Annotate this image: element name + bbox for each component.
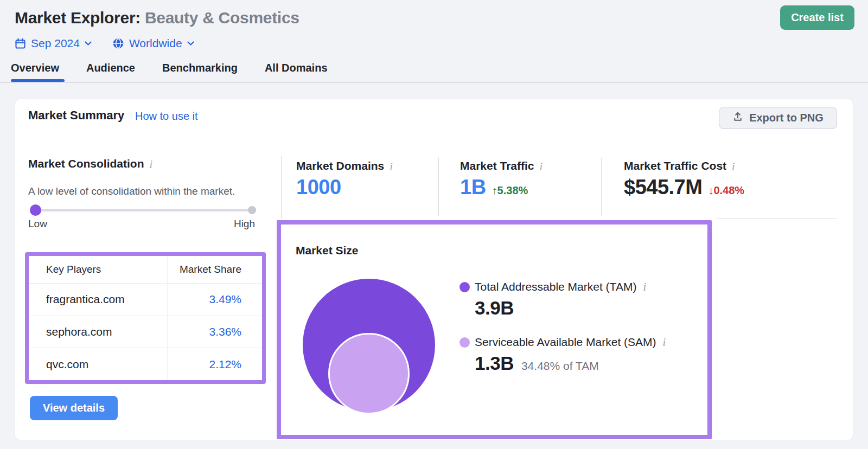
tam-label: Total Addressable Market (TAM) [475,280,636,293]
market-consolidation-header: Market Consolidation i [28,157,152,170]
sam-label: Serviceable Available Market (SAM) [475,336,656,349]
chevron-down-icon [187,41,194,46]
tab-bar-divider [0,82,868,83]
key-players-header-row: Key Players Market Share [29,256,262,283]
player-domain[interactable]: fragrantica.com [46,293,125,306]
column-market-share: Market Share [180,264,241,275]
region-filter-label: Worldwide [129,37,182,50]
upload-icon [732,111,743,125]
column-key-players: Key Players [46,264,101,275]
consolidation-slider-end-dot [248,206,256,214]
sam-circle [328,333,410,414]
player-domain[interactable]: sephora.com [46,325,112,338]
market-traffic-delta: ↑5.38% [492,184,528,197]
export-to-png-label: Export to PNG [749,112,824,124]
table-row[interactable]: sephora.com 3.36% [29,316,262,348]
date-filter[interactable]: Sep 2024 [15,37,92,50]
page-title: Market Explorer:Beauty & Cosmetics [15,9,299,27]
sam-percent-of-tam: 34.48% of TAM [521,360,599,373]
market-domains-title: Market Domains [296,159,384,172]
market-traffic-cost-value-row: $545.7M ↓0.48% [624,176,744,199]
player-share[interactable]: 2.12% [209,358,241,371]
market-domains-header: Market Domains i [296,159,393,172]
info-icon[interactable]: i [643,281,646,292]
table-row[interactable]: fragrantica.com 3.49% [29,283,262,316]
info-icon[interactable]: i [663,337,666,348]
sam-value: 1.3B [475,352,514,374]
card-title: Market Summary [28,108,124,123]
region-filter[interactable]: Worldwide [112,37,194,50]
market-explorer-page: Market Explorer:Beauty & Cosmetics Creat… [0,0,868,449]
market-consolidation-title: Market Consolidation [28,157,144,170]
player-share[interactable]: 3.49% [209,293,241,306]
consolidation-slider-track [30,209,255,211]
market-traffic-value-row: 1B ↑5.38% [460,176,528,199]
filter-bar: Sep 2024 Worldwide [15,36,194,51]
market-traffic-header: Market Traffic i [460,159,542,172]
scale-low-label: Low [28,218,47,230]
player-share[interactable]: 3.36% [209,325,241,338]
stats-divider [281,156,282,219]
tam-legend-item: Total Addressable Market (TAM) i 3.9B [459,280,646,319]
player-domain[interactable]: qvc.com [46,358,88,371]
market-domains-value: 1000 [296,176,341,199]
globe-icon [112,37,124,49]
info-icon[interactable]: i [732,159,735,172]
export-to-png-button[interactable]: Export to PNG [719,107,837,129]
page-title-prefix: Market Explorer: [15,9,141,27]
tam-legend-dot [459,282,470,292]
tam-value: 3.9B [475,297,514,319]
sam-legend-item: Serviceable Available Market (SAM) i 1.3… [459,336,666,374]
active-tab-underline [11,79,65,82]
stats-bottom-divider [716,219,837,219]
page-title-market: Beauty & Cosmetics [145,9,299,27]
sam-legend-dot [459,337,470,348]
market-traffic-title: Market Traffic [460,159,534,172]
market-consolidation-description: A low level of consolidation within the … [28,185,235,197]
consolidation-scale-labels: Low High [28,218,255,230]
market-traffic-cost-delta: ↓0.48% [708,184,744,197]
date-filter-label: Sep 2024 [31,37,80,50]
card-header-divider [15,138,853,138]
scale-high-label: High [234,218,255,230]
chevron-down-icon [85,41,92,46]
market-traffic-value: 1B [460,176,486,199]
calendar-icon [15,38,26,49]
info-icon[interactable]: i [540,159,543,172]
market-size-title: Market Size [296,244,359,257]
stats-divider [601,158,602,216]
how-to-use-link[interactable]: How to use it [135,110,198,123]
tab-audience[interactable]: Audience [86,62,135,82]
market-traffic-cost-header: Market Traffic Cost i [624,159,735,172]
tab-all-domains[interactable]: All Domains [265,62,328,82]
market-traffic-cost-value: $545.7M [624,176,702,199]
info-icon[interactable]: i [150,157,153,170]
key-players-table: Key Players Market Share fragrantica.com… [25,252,266,384]
create-list-button[interactable]: Create list [780,5,854,30]
market-domains-value-row: 1000 [296,176,341,199]
tab-benchmarking[interactable]: Benchmarking [162,62,238,82]
market-traffic-cost-title: Market Traffic Cost [624,159,726,172]
view-details-button[interactable]: View details [30,396,118,420]
table-row[interactable]: qvc.com 2.12% [29,348,262,380]
stats-divider [438,158,439,216]
consolidation-slider-knob [30,204,41,216]
info-icon[interactable]: i [390,159,393,172]
